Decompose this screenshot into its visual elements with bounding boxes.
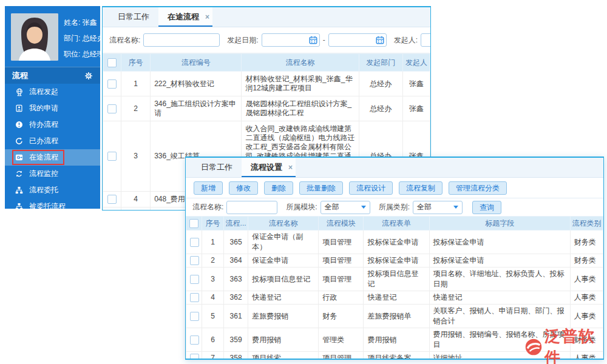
date-range-separator: - (323, 36, 325, 44)
broadcast-icon (15, 88, 24, 96)
sidebar-item[interactable]: 流程监控 (5, 166, 100, 182)
toolbar-button[interactable]: 删除 (264, 181, 293, 195)
chevron-down-icon (453, 206, 458, 209)
toolbar-button[interactable]: 修改 (229, 181, 258, 195)
avatar (11, 13, 58, 61)
column-header: 流程名称 (248, 217, 319, 231)
sponsor-input[interactable] (421, 33, 431, 47)
select-all-checkbox[interactable] (107, 58, 117, 67)
profile-field: 部门: 总经办 (64, 30, 104, 46)
module-label: 所属模块: (286, 202, 317, 212)
toolbar-button[interactable]: 管理流程分类 (449, 181, 507, 195)
table-row[interactable]: 2 364 保证金申请 项目管理 投标保证金申请 投标保证金申请 财务类 (186, 254, 603, 268)
filter-bar: 流程名称: 所属模块: 全部 所属类别: 全部 查询 (186, 198, 603, 216)
exclamation-circle-icon (15, 121, 24, 129)
flow-name-input[interactable] (226, 201, 277, 214)
redo-icon (15, 137, 24, 146)
row-checkbox[interactable] (190, 335, 199, 345)
svg-text:G: G (17, 155, 20, 159)
tab-close-icon[interactable] (288, 158, 293, 177)
calendar-icon[interactable] (309, 36, 317, 44)
toolbar-button[interactable]: 新增 (194, 181, 223, 195)
tab[interactable]: 日常工作 (109, 7, 158, 27)
sitemap-icon (15, 186, 24, 195)
column-header: 序号 (121, 54, 151, 72)
sidebar-item[interactable]: 被委托流程 (5, 198, 100, 215)
table-row[interactable]: 3 363 投标项目信息登记 项目管理 投标项目信息登记 项目名称、详细地址、投… (186, 268, 603, 291)
sync-icon (15, 170, 24, 178)
row-checkbox[interactable] (190, 293, 199, 302)
watermark: 泛普软件 www.fanpusoft.com (524, 326, 607, 364)
table-row[interactable]: 1 222_材料验收登记 材料验收登记_材料采购_张鑫_华润12城房建工程项目 … (103, 72, 430, 96)
column-header: 序号 (202, 217, 224, 231)
row-checkbox[interactable] (190, 256, 199, 265)
sidebar-item[interactable]: G在途流程 (5, 149, 100, 166)
row-checkbox[interactable] (190, 354, 199, 360)
in-transit-icon: G (15, 153, 24, 162)
toolbar-button[interactable]: 批量删除 (299, 181, 343, 195)
profile-field: 姓名: 张鑫 (64, 15, 104, 30)
sidebar-item[interactable]: 流程发起 (5, 84, 100, 100)
profile-field: 职位: 总经理 (64, 46, 104, 62)
column-header: 标题字段 (429, 217, 570, 231)
module-select[interactable]: 全部 (320, 201, 370, 214)
category-select[interactable]: 全部 (413, 201, 463, 214)
column-header: 发起部门 (359, 54, 402, 72)
table-header-row: 序号流程编号流程名称发起部门发起人 (103, 54, 430, 72)
watermark-brand: 泛普软件 (544, 326, 607, 364)
filter-bar: 流程名称: 发起日期: - 发起人: (103, 27, 430, 53)
chevron-down-icon (361, 206, 366, 209)
start-date-label: 发起日期: (227, 35, 258, 46)
column-header: 流程类别 (570, 217, 603, 231)
table-row[interactable]: 1 365 保证金申请（副本） 项目管理 投标保证金申请 投标保证金申请 财务类 (186, 231, 603, 254)
flow-name-label: 流程名称: (109, 35, 140, 46)
sidebar-item[interactable]: 待办流程 (5, 116, 100, 133)
row-checkbox[interactable] (190, 238, 199, 247)
table-row[interactable]: 5 361 差旅费报销 财务 差旅费报销单 关联客户、报销人、申请日期、部门、报… (186, 305, 603, 328)
column-header: 流程... (224, 217, 248, 231)
row-checkbox[interactable] (107, 104, 117, 113)
column-header: 流程表单 (364, 217, 429, 231)
fanpu-logo-icon (524, 338, 543, 356)
table-row[interactable]: 4 362 快递登记 行政 快递登记 快递登记 人事类 (186, 291, 603, 305)
tab-bar: 日常工作 在途流程 (103, 7, 430, 27)
column-header: 流程模块 (319, 217, 364, 231)
tab-close-icon[interactable] (205, 8, 209, 27)
sidebar-section: 流程 (5, 67, 100, 84)
tab[interactable]: 在途流程 (158, 7, 212, 27)
sitemap-icon (15, 203, 24, 211)
row-checkbox[interactable] (107, 195, 117, 204)
gear-icon[interactable] (84, 72, 93, 80)
column-header: 流程名称 (242, 54, 359, 72)
column-header: 发起人 (402, 54, 430, 72)
flow-name-label: 流程名称: (192, 202, 223, 212)
row-checkbox[interactable] (190, 312, 199, 321)
column-header: 流程编号 (151, 54, 242, 72)
toolbar-button[interactable]: 流程复制 (399, 181, 443, 195)
calendar-icon[interactable] (376, 36, 384, 44)
tab[interactable]: 日常工作 (192, 158, 242, 177)
table-row[interactable]: 2 346_施工组织设计方案申请 晟铭园林绿化工程组织设计方案_晟铭园林绿化工程… (103, 96, 430, 121)
user-profile: 姓名: 张鑫 部门: 总经办 职位: 总经理 (5, 6, 100, 67)
sidebar-item[interactable]: 流程委托 (5, 182, 100, 198)
sponsor-label: 发起人: (394, 35, 418, 46)
search-button[interactable]: 查询 (472, 201, 501, 214)
sidebar: 姓名: 张鑫 部门: 总经办 职位: 总经理 流程 流程发起 我的申请 (5, 6, 100, 209)
select-all-checkbox[interactable] (189, 219, 198, 228)
app-screen: 姓名: 张鑫 部门: 总经办 职位: 总经理 流程 流程发起 我的申请 (0, 0, 607, 364)
table-header-row: 序号流程...流程名称流程模块流程表单标题字段流程类别 (186, 217, 603, 231)
tab-bar: 日常工作 流程设置 (186, 158, 603, 178)
sidebar-item[interactable]: 我的申请 (5, 100, 100, 116)
toolbar: 新增修改删除批量删除流程设计流程复制管理流程分类 (186, 178, 603, 198)
row-checkbox[interactable] (190, 275, 199, 284)
sidebar-item[interactable]: 已办流程 (5, 133, 100, 149)
tab[interactable]: 流程设置 (242, 158, 296, 177)
flow-name-input[interactable] (143, 33, 220, 47)
row-checkbox[interactable] (107, 79, 117, 89)
toolbar-button[interactable]: 流程设计 (349, 181, 393, 195)
row-checkbox[interactable] (107, 152, 117, 161)
id-card-icon (15, 104, 24, 113)
sidebar-menu: 流程发起 我的申请 待办流程 已办流程 G在途流程 (5, 84, 100, 215)
sidebar-section-title: 流程 (12, 70, 28, 81)
category-label: 所属类别: (379, 202, 410, 212)
